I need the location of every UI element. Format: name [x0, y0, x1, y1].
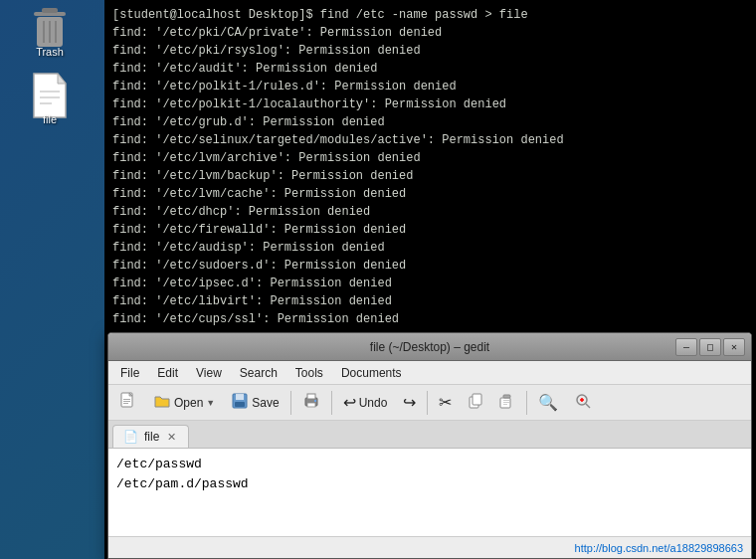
- replace-button[interactable]: [567, 388, 599, 417]
- redo-icon: ↪: [403, 393, 416, 412]
- print-button[interactable]: [295, 388, 327, 418]
- tab-file-icon: 📄: [123, 430, 138, 444]
- redo-button[interactable]: ↪: [396, 389, 423, 416]
- menu-item-edit[interactable]: Edit: [149, 364, 186, 382]
- search-icon: 🔍: [538, 393, 558, 412]
- undo-label: Undo: [359, 396, 388, 410]
- gedit-content[interactable]: /etc/passwd /etc/pam.d/passwd: [108, 449, 751, 536]
- gedit-tabs: 📄 file ✕: [108, 421, 751, 449]
- save-icon: [231, 392, 249, 414]
- svg-rect-24: [472, 394, 481, 405]
- trash-label: Trash: [36, 46, 64, 58]
- undo-icon: ↩: [343, 393, 356, 412]
- menu-item-documents[interactable]: Documents: [333, 364, 410, 382]
- cut-button[interactable]: ✂: [432, 389, 459, 416]
- svg-rect-28: [503, 402, 509, 403]
- maximize-button[interactable]: □: [699, 338, 721, 356]
- find-button[interactable]: 🔍: [531, 389, 565, 416]
- svg-marker-7: [58, 74, 66, 84]
- svg-rect-14: [123, 401, 130, 402]
- paste-icon: [499, 393, 515, 413]
- svg-rect-17: [236, 394, 244, 400]
- cut-icon: ✂: [439, 393, 452, 412]
- desktop: [student@localhost Desktop]$ find /etc -…: [0, 0, 756, 559]
- open-button[interactable]: Open ▼: [146, 388, 222, 418]
- terminal-content: [student@localhost Desktop]$ find /etc -…: [112, 8, 564, 326]
- content-line-1: /etc/passwd: [116, 455, 743, 474]
- undo-button[interactable]: ↩ Undo: [336, 389, 395, 416]
- window-controls: – □ ✕: [675, 338, 745, 356]
- svg-rect-26: [503, 395, 510, 398]
- copy-icon: [468, 393, 483, 413]
- toolbar-separator-2: [331, 391, 332, 415]
- menu-item-search[interactable]: Search: [232, 364, 285, 382]
- content-line-2: /etc/pam.d/passwd: [116, 474, 743, 494]
- toolbar-separator-3: [427, 391, 428, 415]
- gedit-toolbar: Open ▼ Save ↩ Undo: [108, 385, 751, 421]
- minimize-button[interactable]: –: [675, 338, 697, 356]
- trash-icon-container[interactable]: Trash: [15, 0, 85, 62]
- menu-item-view[interactable]: View: [188, 364, 230, 382]
- svg-rect-21: [307, 403, 315, 407]
- file-icon-container[interactable]: file: [15, 68, 85, 129]
- gedit-menubar: FileEditViewSearchToolsDocuments: [108, 361, 751, 385]
- svg-rect-20: [307, 394, 315, 399]
- tab-close-button[interactable]: ✕: [165, 431, 178, 444]
- svg-rect-27: [503, 400, 509, 401]
- file-label: file: [43, 113, 57, 125]
- print-icon: [302, 392, 320, 414]
- replace-icon: [574, 392, 592, 413]
- svg-rect-18: [235, 402, 245, 407]
- gedit-title: file (~/Desktop) – gedit: [184, 340, 675, 354]
- svg-line-31: [586, 404, 590, 408]
- svg-rect-15: [123, 403, 128, 404]
- svg-rect-1: [42, 8, 58, 13]
- copy-button[interactable]: [461, 389, 490, 417]
- menu-item-file[interactable]: File: [112, 364, 147, 382]
- paste-button[interactable]: [492, 389, 522, 417]
- toolbar-separator-1: [290, 391, 291, 415]
- gedit-statusbar: http://blog.csdn.net/a18829898663: [108, 536, 751, 558]
- open-dropdown-icon[interactable]: ▼: [206, 398, 215, 408]
- save-button[interactable]: Save: [224, 388, 285, 418]
- tab-file-label: file: [144, 430, 159, 444]
- new-button[interactable]: [112, 388, 144, 418]
- file-tab[interactable]: 📄 file ✕: [112, 425, 189, 448]
- new-icon: [119, 392, 137, 414]
- svg-rect-29: [503, 404, 507, 405]
- menu-item-tools[interactable]: Tools: [287, 364, 331, 382]
- close-button[interactable]: ✕: [723, 338, 745, 356]
- open-label: Open: [174, 396, 203, 410]
- file-icon: [30, 72, 70, 111]
- open-icon: [153, 392, 171, 414]
- save-label: Save: [252, 396, 279, 410]
- gedit-window: file (~/Desktop) – gedit – □ ✕ FileEditV…: [107, 332, 752, 559]
- svg-point-22: [314, 400, 316, 402]
- watermark-text: http://blog.csdn.net/a18829898663: [575, 542, 743, 554]
- toolbar-separator-4: [526, 391, 527, 415]
- trash-icon: [30, 4, 70, 44]
- svg-rect-13: [123, 399, 130, 400]
- gedit-titlebar: file (~/Desktop) – gedit – □ ✕: [108, 333, 751, 361]
